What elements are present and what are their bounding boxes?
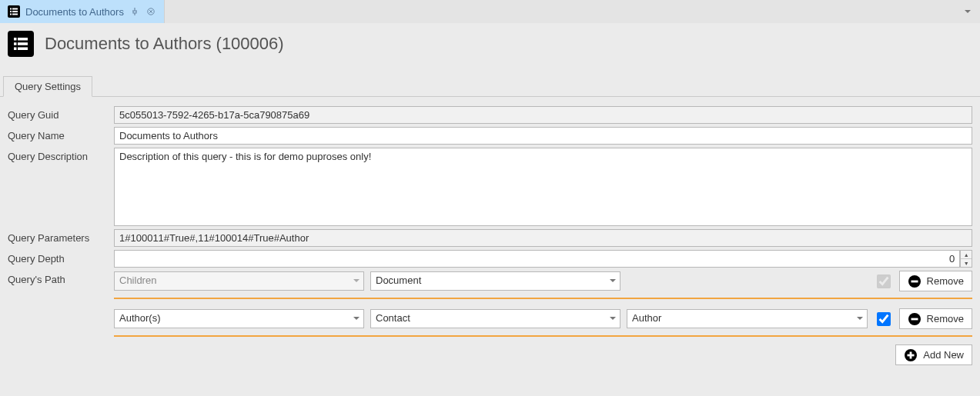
svg-rect-12 (14, 48, 17, 51)
label-query-name: Query Name (8, 127, 114, 141)
inner-tabstrip: Query Settings (0, 74, 980, 97)
path-row: Author(s) Contact Author Remove (114, 308, 972, 337)
tab-query-settings[interactable]: Query Settings (3, 76, 92, 97)
svg-rect-2 (12, 8, 18, 10)
list-icon (8, 31, 34, 57)
svg-rect-4 (12, 11, 18, 12)
tabbar-menu-button[interactable] (960, 0, 975, 23)
input-query-parameters[interactable] (114, 229, 972, 247)
tab-documents-to-authors[interactable]: Documents to Authors (0, 0, 165, 23)
path-rows-container: Children Document Remove (114, 271, 972, 365)
label-querys-path: Query's Path (8, 271, 114, 285)
input-query-guid[interactable] (114, 106, 972, 124)
page-title: Documents to Authors (100006) (45, 34, 284, 54)
depth-spinner: ▲ ▼ (960, 250, 972, 268)
close-icon[interactable] (145, 6, 156, 17)
svg-rect-5 (10, 14, 12, 15)
path-enabled-checkbox[interactable] (877, 312, 891, 326)
svg-rect-8 (14, 38, 17, 41)
path-type-combo[interactable]: Contact (370, 309, 620, 328)
svg-rect-1 (10, 8, 12, 10)
path-type-combo[interactable]: Document (370, 271, 620, 291)
chevron-down-icon (853, 310, 867, 328)
svg-rect-10 (14, 42, 17, 45)
window-tabbar: Documents to Authors (0, 0, 980, 23)
page-header: Documents to Authors (100006) (0, 23, 980, 58)
tab-title: Documents to Authors (25, 6, 124, 18)
input-query-description[interactable] (114, 148, 972, 226)
input-query-name[interactable] (114, 127, 972, 145)
pin-icon[interactable] (129, 6, 140, 17)
path-row: Children Document Remove (114, 271, 972, 299)
chevron-down-icon (606, 310, 620, 328)
chevron-down-icon (350, 272, 363, 290)
form-query-settings: Query Guid Query Name Query Description … (0, 97, 980, 376)
chevron-down-icon (350, 310, 363, 328)
list-icon (8, 5, 20, 18)
chevron-down-icon (606, 272, 620, 290)
svg-rect-3 (10, 11, 12, 12)
svg-rect-17 (911, 318, 918, 320)
label-query-depth: Query Depth (8, 250, 114, 265)
remove-path-button[interactable]: Remove (899, 308, 972, 329)
path-relation-combo[interactable]: Author(s) (114, 309, 364, 328)
spin-down-button[interactable]: ▼ (961, 258, 972, 267)
add-new-path-button[interactable]: Add New (895, 344, 972, 365)
minus-circle-icon (908, 275, 921, 288)
svg-rect-15 (911, 280, 918, 282)
path-enabled-checkbox (877, 275, 891, 288)
svg-rect-11 (18, 42, 28, 45)
label-query-guid: Query Guid (8, 106, 114, 121)
svg-rect-9 (18, 38, 28, 41)
path-role-combo[interactable]: Author (627, 309, 868, 328)
svg-rect-6 (12, 14, 18, 15)
minus-circle-icon (908, 312, 921, 326)
plus-circle-icon (904, 348, 918, 362)
input-query-depth[interactable] (114, 250, 960, 268)
spin-up-button[interactable]: ▲ (961, 251, 972, 258)
remove-path-button[interactable]: Remove (899, 271, 972, 291)
label-query-description: Query Description (8, 148, 114, 162)
svg-rect-20 (910, 351, 912, 358)
label-query-parameters: Query Parameters (8, 229, 114, 244)
path-relation-combo[interactable]: Children (114, 271, 364, 291)
svg-rect-13 (18, 48, 28, 51)
